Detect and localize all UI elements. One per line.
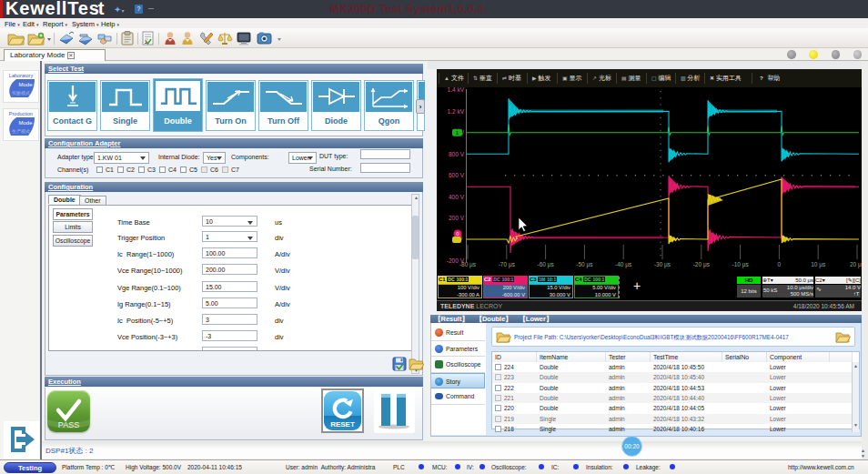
svg-text:200 V: 200 V bbox=[449, 215, 465, 221]
svg-text:400 V: 400 V bbox=[449, 194, 465, 200]
svg-text:Mode: Mode bbox=[18, 82, 33, 87]
svg-text:-50 μs: -50 μs bbox=[576, 261, 593, 268]
svg-text:-70 μs: -70 μs bbox=[499, 261, 516, 268]
svg-text:-20 μs: -20 μs bbox=[693, 261, 711, 268]
svg-text:实验模式: 实验模式 bbox=[12, 90, 30, 96]
svg-text:-40 μs: -40 μs bbox=[615, 261, 632, 268]
svg-text:800 V: 800 V bbox=[449, 151, 465, 157]
svg-text:1.2 kV: 1.2 kV bbox=[448, 108, 465, 115]
svg-text:20 μs: 20 μs bbox=[850, 261, 862, 268]
svg-text:-30 μs: -30 μs bbox=[654, 261, 671, 268]
svg-text:1.4 kV: 1.4 kV bbox=[448, 87, 465, 93]
svg-text:PASS: PASS bbox=[58, 420, 79, 429]
svg-text:Mode: Mode bbox=[18, 120, 33, 126]
svg-text:RESET: RESET bbox=[330, 420, 355, 429]
svg-text:-10 μs: -10 μs bbox=[732, 261, 749, 268]
svg-text:0: 0 bbox=[778, 261, 782, 267]
svg-text:生产模式: 生产模式 bbox=[12, 128, 30, 134]
svg-text:-60 μs: -60 μs bbox=[537, 261, 554, 268]
svg-text:10 μs: 10 μs bbox=[811, 261, 826, 268]
svg-text:-200 V: -200 V bbox=[447, 257, 465, 264]
svg-text:600 V: 600 V bbox=[449, 172, 465, 178]
